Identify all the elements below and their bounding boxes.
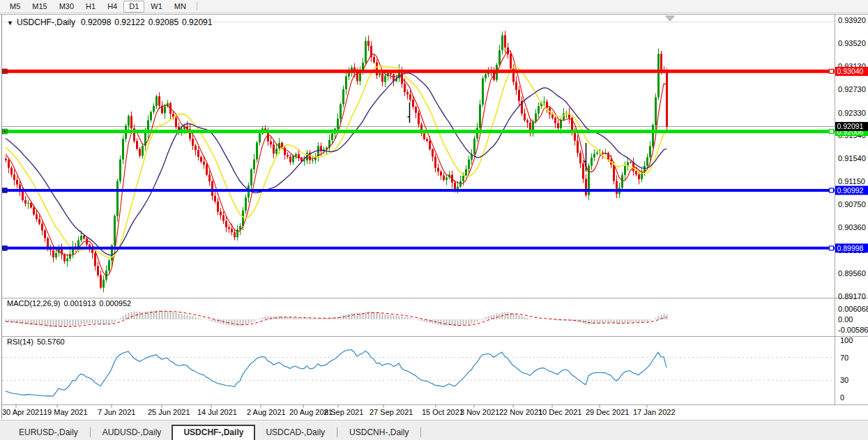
tab-usdcnh[interactable]: USDCNH-,Daily (339, 425, 419, 440)
candle-down (638, 174, 640, 179)
price-tick-label: 0.90360 (838, 223, 866, 232)
ohlc-low: 0.92085 (149, 17, 178, 27)
candle-down (175, 118, 177, 128)
candle-up (538, 106, 540, 113)
candle-up (498, 50, 501, 65)
candle-down (579, 153, 581, 163)
date-label: 30 Apr 2021 (2, 408, 43, 416)
candle-up (462, 176, 464, 181)
candle-up (365, 41, 367, 63)
hline-right-handle[interactable] (830, 246, 834, 250)
timeframe-button-h1[interactable]: H1 (80, 1, 101, 13)
candle-up (303, 160, 305, 161)
candle-down (225, 221, 227, 227)
candle-down (443, 176, 445, 180)
candle-down (195, 146, 197, 151)
candle-down (660, 54, 662, 71)
tab-audusd[interactable]: AUDUSD-,Daily (92, 425, 172, 440)
tab-eurusd[interactable]: EURUSD-,Daily (8, 425, 89, 440)
candle-up (649, 146, 651, 158)
chart-title: ▼USDCHF-,Daily0.920980.921220.920850.920… (7, 17, 215, 27)
date-label: 22 Nov 2021 (499, 408, 542, 416)
candle-down (376, 62, 378, 75)
chart-shift-marker-icon[interactable] (666, 16, 674, 21)
timeframe-button-h4[interactable]: H4 (102, 1, 123, 13)
candle-up (473, 139, 475, 154)
ohlc-open: 0.92098 (81, 17, 111, 27)
candle-up (342, 89, 344, 105)
candle-down (97, 266, 99, 275)
rsi-line (6, 349, 667, 396)
candle-down (440, 172, 442, 176)
candle-down (8, 160, 10, 168)
macd-axis-label: 0.00 (838, 315, 853, 324)
candle-up (501, 36, 503, 51)
candle-down (367, 41, 370, 46)
rsi-axis-label: 70 (840, 354, 848, 362)
candle-down (220, 212, 222, 215)
timeframe-button-m5[interactable]: M5 (4, 1, 26, 13)
hline-right-handle[interactable] (830, 69, 834, 73)
tab-usdchf[interactable]: USDCHF-,Daily (172, 425, 255, 440)
candle-down (270, 142, 272, 144)
candle-up (657, 54, 660, 97)
chart-symbol-label: USDCHF-,Daily (17, 17, 75, 27)
candle-down (16, 180, 18, 185)
candle-down (557, 123, 559, 128)
candle-down (574, 132, 576, 141)
candle-up (593, 153, 595, 157)
candle-up (292, 156, 294, 162)
candle-down (577, 141, 579, 153)
rsi-axis-label: 100 (840, 336, 853, 344)
candle-up (155, 96, 158, 106)
hline-right-handle[interactable] (830, 130, 834, 134)
timeframe-button-m15[interactable]: M15 (26, 1, 52, 13)
candle-down (217, 202, 219, 212)
hline-left-handle-dot (4, 130, 6, 132)
candle-down (373, 57, 375, 63)
toolbar-divider (197, 2, 197, 10)
candle-up (295, 154, 297, 156)
candle-down (158, 96, 160, 105)
timeframe-button-w1[interactable]: W1 (145, 1, 168, 13)
price-tick-label: 0.92330 (838, 109, 866, 117)
moving-average-24 (6, 73, 667, 255)
date-label: 17 Jan 2022 (633, 408, 676, 416)
hline-right-handle[interactable] (830, 188, 834, 192)
candle-up (128, 116, 130, 126)
candle-down (44, 231, 46, 238)
macd-title: MACD(12,26,9) (7, 299, 60, 308)
candle-down (214, 196, 216, 202)
date-label: 25 Jun 2021 (148, 408, 190, 416)
hline-left-handle-dot (4, 190, 6, 192)
candle-up (646, 157, 648, 165)
candle-up (485, 75, 487, 79)
candle-down (418, 113, 420, 125)
timeframe-button-mn[interactable]: MN (169, 1, 192, 13)
candle-down (13, 174, 15, 180)
candle-up (142, 146, 144, 156)
candle-up (596, 153, 598, 154)
candle-up (250, 169, 252, 185)
macd-signal-line (6, 311, 667, 326)
macd-indicator-label: MACD(12,26,9)0.0019130.000952 (7, 299, 135, 308)
symbol-tabbar: EURUSD-,DailyAUDUSD-,DailyUSDCHF-,DailyU… (0, 420, 868, 440)
chart-canvas[interactable]: 0.939200.935200.931300.927300.923300.919… (0, 0, 868, 440)
candle-down (554, 118, 556, 123)
candle-down (130, 116, 132, 128)
timeframe-button-d1[interactable]: D1 (123, 1, 144, 13)
candle-down (231, 229, 233, 232)
price-tick-label: 0.89560 (838, 269, 866, 278)
candle-down (582, 163, 584, 179)
timeframe-button-m30[interactable]: M30 (54, 1, 79, 13)
candle-down (206, 165, 208, 174)
price-badge-0.89998-text: 0.89998 (837, 244, 864, 252)
rsi-axis-label: 30 (840, 376, 848, 384)
candle-up (245, 197, 247, 211)
chevron-down-icon[interactable]: ▼ (7, 20, 13, 26)
candle-down (613, 165, 615, 181)
candle-up (275, 149, 277, 153)
candle-up (543, 102, 545, 103)
tab-usdcad[interactable]: USDCAD-,Daily (255, 425, 335, 440)
candle-down (423, 133, 425, 139)
